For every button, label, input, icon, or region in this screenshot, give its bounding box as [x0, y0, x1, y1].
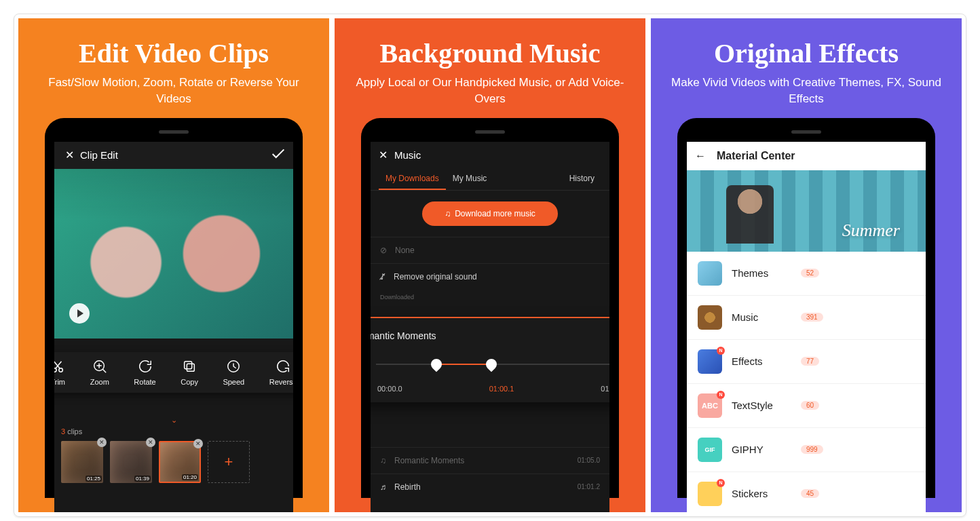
panel-subtitle: Make Vivid Videos with Creative Themes, …	[651, 75, 962, 107]
count-badge: 391	[801, 313, 823, 322]
mute-icon: ♪̸	[380, 272, 385, 282]
music-icon	[698, 305, 722, 330]
remove-clip-icon[interactable]: ✕	[193, 439, 203, 448]
track-row[interactable]: ♫ Romantic Moments 01:05.0	[371, 447, 609, 474]
video-preview[interactable]	[54, 169, 293, 339]
item-themes[interactable]: Themes 52	[687, 252, 926, 296]
banner-label: Summer	[842, 220, 900, 241]
item-effects[interactable]: N Effects 77	[687, 340, 926, 384]
screen-music: ✕ Music My Downloads My Music History ♫ …	[371, 142, 609, 512]
item-giphy[interactable]: GIF GIPHY 999	[687, 428, 926, 472]
count-badge: 60	[801, 401, 819, 410]
chevron-down-icon[interactable]: ⌄	[61, 416, 286, 425]
trim-button[interactable]: Trim	[54, 359, 65, 386]
edit-toolbar: Trim Zoom Rotate Copy Speed Reverse	[54, 352, 293, 393]
item-textstyle[interactable]: ABCN TextStyle 60	[687, 384, 926, 428]
headphones-icon: ♬	[380, 482, 386, 492]
screen-material-center: ← Material Center Summer Themes 52 Music…	[687, 142, 926, 512]
zoom-button[interactable]: Zoom	[90, 359, 109, 386]
header-title: Material Center	[717, 150, 795, 162]
clips-count: 3 clips	[61, 427, 286, 436]
time-current: 01:00.1	[489, 385, 514, 393]
phone-frame: ✕ Clip Edit Trim Zoom Rotate Copy Speed …	[45, 118, 303, 498]
svg-rect-3	[187, 364, 194, 371]
count-badge: 52	[801, 269, 819, 277]
clip-thumb[interactable]: ✕01:39	[110, 441, 152, 483]
themes-icon	[698, 261, 722, 286]
gif-icon: GIF	[698, 438, 722, 462]
range-end-handle[interactable]	[484, 356, 500, 372]
header-title: Clip Edit	[76, 149, 271, 161]
tab-my-downloads[interactable]: My Downloads	[379, 168, 446, 190]
panel-original-effects: Original Effects Make Vivid Videos with …	[651, 18, 962, 512]
time-end: 01:54.1	[601, 385, 609, 393]
new-badge: N	[717, 479, 725, 487]
rotate-button[interactable]: Rotate	[134, 359, 155, 386]
clip-thumb[interactable]: ✕01:25	[61, 441, 103, 483]
sticker-icon: N	[698, 482, 722, 506]
section-downloaded: Downloaded	[371, 290, 609, 305]
track-row[interactable]: ♬ Rebirth 01:01.2	[371, 474, 609, 500]
panel-edit-clips: Edit Video Clips Fast/Slow Motion, Zoom,…	[18, 18, 329, 512]
play-icon[interactable]	[69, 303, 90, 324]
range-start-handle[interactable]	[429, 356, 445, 372]
download-more-button[interactable]: ♫ Download more music	[422, 201, 558, 226]
remove-clip-icon[interactable]: ✕	[97, 438, 107, 447]
remove-clip-icon[interactable]: ✕	[146, 438, 155, 447]
phone-frame: ✕ Music My Downloads My Music History ♫ …	[361, 118, 619, 498]
svg-rect-4	[185, 361, 192, 368]
panel-title: Original Effects	[651, 37, 962, 69]
reverse-button[interactable]: Reverse	[269, 359, 293, 386]
count-badge: 45	[801, 489, 819, 498]
copy-button[interactable]: Copy	[181, 359, 198, 386]
tab-history[interactable]: History	[563, 168, 601, 190]
tab-my-music[interactable]: My Music	[446, 168, 494, 190]
clip-thumb[interactable]: ✕01:20	[159, 441, 201, 483]
new-badge: N	[717, 391, 725, 399]
item-stickers[interactable]: N Stickers 45	[687, 472, 926, 512]
option-none[interactable]: ⊘ None	[371, 237, 609, 263]
phone-frame: ← Material Center Summer Themes 52 Music…	[677, 118, 935, 498]
count-badge: 77	[801, 357, 819, 366]
panel-subtitle: Fast/Slow Motion, Zoom, Rotate or Revers…	[18, 75, 329, 107]
none-icon: ⊘	[380, 246, 387, 255]
track-name: Romantic Moments	[371, 330, 436, 341]
new-badge: N	[717, 347, 725, 355]
add-clip-button[interactable]: +	[208, 441, 250, 483]
item-music[interactable]: Music 391	[687, 296, 926, 340]
screen-clip-edit: ✕ Clip Edit Trim Zoom Rotate Copy Speed …	[54, 142, 293, 512]
music-note-icon: ♫	[380, 456, 386, 465]
option-remove-sound[interactable]: ♪̸ Remove original sound	[371, 263, 609, 290]
back-icon[interactable]: ←	[695, 150, 706, 162]
speed-button[interactable]: Speed	[223, 359, 244, 386]
panel-title: Edit Video Clips	[18, 37, 329, 69]
close-icon[interactable]: ✕	[62, 149, 76, 161]
panel-background-music: Background Music Apply Local or Our Hand…	[335, 18, 645, 512]
effects-icon: N	[698, 349, 722, 374]
music-note-icon: ♫	[445, 209, 451, 218]
close-icon[interactable]: ✕	[379, 149, 388, 161]
header-title: Music	[394, 149, 421, 161]
panel-subtitle: Apply Local or Our Handpicked Music, or …	[335, 75, 645, 107]
clips-timeline: ⌄ 3 clips ✕01:25 ✕01:39 ✕01:20 +	[54, 413, 293, 488]
summer-banner[interactable]: Summer	[687, 170, 926, 252]
music-player: Romantic Moments ☰ 00:00.0 01:00.1 01:54…	[371, 317, 609, 402]
trim-slider[interactable]	[376, 364, 609, 365]
time-start: 00:00.0	[377, 385, 402, 393]
text-icon: ABCN	[698, 393, 722, 418]
confirm-icon[interactable]	[271, 149, 285, 162]
panel-title: Background Music	[335, 37, 645, 69]
count-badge: 999	[801, 445, 823, 454]
